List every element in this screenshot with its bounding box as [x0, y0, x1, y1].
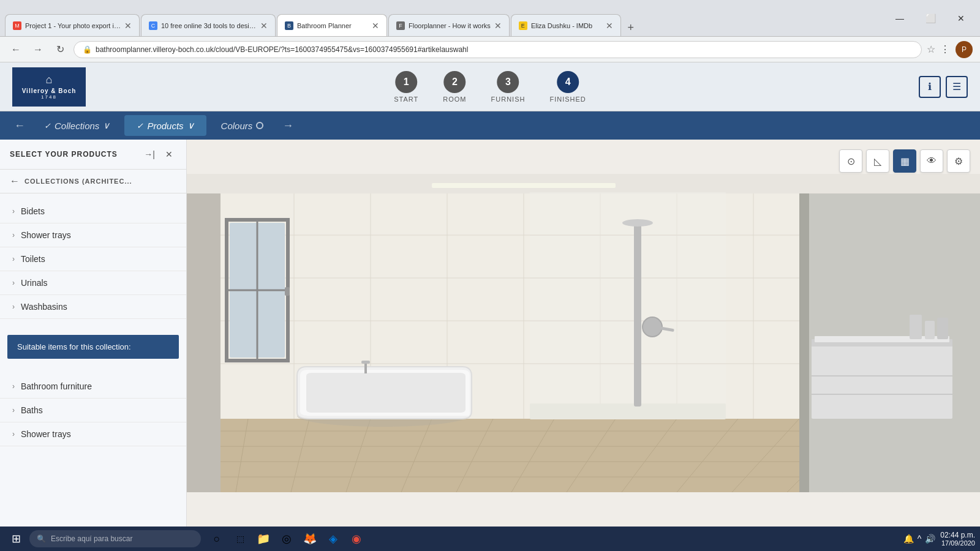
eye-control-button[interactable]: 👁	[920, 149, 943, 173]
tab-close-3[interactable]: ✕	[372, 21, 379, 31]
products-chevron-icon: ∨	[187, 120, 194, 131]
bathroom-scene-svg	[187, 140, 980, 527]
taskbar-taskview[interactable]: ⬚	[229, 528, 251, 550]
svg-rect-38	[285, 287, 290, 296]
tab-title-5: Eliza Dushku - IMDb	[531, 22, 602, 29]
suitable-shower-trays[interactable]: › Shower trays	[0, 422, 186, 446]
tab-favicon-5: E	[519, 21, 527, 30]
forward-button[interactable]: →	[29, 41, 47, 58]
logo-arch-icon: ⌂	[46, 73, 53, 86]
app6-icon: ◉	[352, 532, 361, 545]
category-bidets[interactable]: › Bidets	[0, 200, 186, 223]
nav-bar: ← ✓ Collections ∨ ✓ Products ∨ Colours →	[0, 111, 980, 140]
taskbar-explorer[interactable]: 📁	[252, 528, 274, 550]
nav-back-arrow[interactable]: ←	[10, 116, 29, 135]
taskbar-app6[interactable]: ◉	[345, 528, 368, 550]
nav-products[interactable]: ✓ Products ∨	[124, 115, 206, 136]
eye-icon: 👁	[927, 156, 937, 167]
browser-tab-3[interactable]: B Bathroom Planner ✕	[277, 14, 387, 36]
taskbar-firefox[interactable]: 🦊	[299, 528, 321, 550]
tab-close-4[interactable]: ✕	[494, 21, 502, 31]
profile-avatar[interactable]: P	[956, 41, 973, 58]
floorplan-control-button[interactable]: ▦	[893, 149, 916, 173]
tab-favicon-1: M	[13, 21, 21, 30]
suitable-banner[interactable]: Suitable items for this collection:	[7, 335, 179, 359]
logo-brand-name: Villeroy & Boch	[22, 88, 77, 94]
browser-tab-2[interactable]: C 10 free online 3d tools to design... ✕	[141, 14, 276, 36]
logo-year: 1748	[41, 94, 57, 100]
sidebar-collapse-button[interactable]: →|	[142, 147, 157, 162]
nav-products-label: Products	[147, 121, 183, 131]
step-2-label: ROOM	[443, 96, 466, 103]
sidebar-close-button[interactable]: ✕	[162, 147, 176, 162]
taskbar-edge[interactable]: ◈	[322, 528, 344, 550]
bookmark-icon[interactable]: ☆	[927, 43, 935, 55]
browser-tab-1[interactable]: M Project 1 - Your photo export is f... …	[5, 14, 140, 36]
tab-title-3: Bathroom Planner	[297, 22, 368, 29]
suitable-bathroom-furniture[interactable]: › Bathroom furniture	[0, 375, 186, 399]
svg-rect-42	[530, 403, 726, 419]
tab-favicon-3: B	[285, 21, 293, 30]
settings-icon: ⚙	[954, 156, 963, 167]
browser-menu-icon[interactable]: ⋮	[940, 43, 951, 55]
products-check-icon: ✓	[137, 121, 143, 130]
category-shower-trays-label: Shower trays	[21, 230, 71, 240]
tab-close-2[interactable]: ✕	[260, 21, 268, 31]
sidebar-header: SELECT YOUR PRODUCTS →| ✕	[0, 140, 186, 170]
info-button[interactable]: ℹ	[919, 76, 941, 98]
expand-arrow-icon: ›	[12, 207, 15, 216]
chrome-icon: ◎	[282, 532, 292, 545]
new-tab-button[interactable]: +	[622, 19, 639, 36]
sidebar: SELECT YOUR PRODUCTS →| ✕ ← COLLECTIONS …	[0, 140, 187, 527]
step-4[interactable]: 4 FINISHED	[549, 71, 586, 103]
perspective-control-button[interactable]: ◺	[866, 149, 889, 173]
category-washbasins[interactable]: › Washbasins	[0, 295, 186, 319]
minimize-button[interactable]: —	[886, 9, 914, 28]
refresh-button[interactable]: ↻	[51, 41, 69, 58]
nav-colours[interactable]: Colours	[209, 116, 276, 136]
step-1[interactable]: 1 START	[394, 71, 418, 103]
main-layout: SELECT YOUR PRODUCTS →| ✕ ← COLLECTIONS …	[0, 140, 980, 527]
nav-forward-arrow[interactable]: →	[278, 116, 298, 135]
taskbar-cortana[interactable]: ○	[206, 528, 228, 550]
cortana-icon: ○	[214, 533, 221, 545]
volume-icon[interactable]: 🔊	[925, 534, 935, 544]
focus-control-button[interactable]: ⊙	[839, 149, 862, 173]
nav-collections[interactable]: ✓ Collections ∨	[32, 115, 122, 136]
category-toilets[interactable]: › Toilets	[0, 247, 186, 271]
settings-control-button[interactable]: ⚙	[947, 149, 970, 173]
view-area[interactable]: ⊙ ◺ ▦ 👁 ⚙	[187, 140, 980, 527]
browser-tab-5[interactable]: E Eliza Dushku - IMDb ✕	[511, 14, 621, 36]
notification-icon[interactable]: 🔔	[903, 534, 914, 544]
taskbar-chrome[interactable]: ◎	[276, 528, 298, 550]
tab-close-1[interactable]: ✕	[124, 21, 132, 31]
category-shower-trays[interactable]: › Shower trays	[0, 223, 186, 247]
logo[interactable]: ⌂ Villeroy & Boch 1748	[12, 67, 86, 107]
show-desktop-icon[interactable]: ^	[918, 534, 922, 544]
expand-arrow-icon: ›	[12, 406, 15, 414]
tab-close-5[interactable]: ✕	[606, 21, 613, 31]
tab-favicon-2: C	[149, 21, 157, 30]
browser-tab-4[interactable]: F Floorplanner - How it works ✕	[388, 14, 510, 36]
sidebar-back-button[interactable]: ← COLLECTIONS (ARCHITEC...	[0, 170, 186, 193]
maximize-button[interactable]: ⬜	[916, 9, 944, 28]
taskbar-search[interactable]: 🔍 Escribe aquí para buscar	[29, 530, 201, 547]
back-arrow-icon: ←	[10, 176, 20, 187]
svg-rect-59	[937, 318, 948, 339]
taskbar-right: 🔔 ^ 🔊 02:44 p.m. 17/09/2020	[903, 531, 975, 547]
step-3[interactable]: 3 FURNISH	[491, 71, 526, 103]
clock-date: 17/09/2020	[940, 539, 975, 547]
back-button[interactable]: ←	[7, 41, 24, 58]
step-3-label: FURNISH	[491, 96, 526, 103]
menu-button[interactable]: ☰	[946, 76, 968, 98]
start-button[interactable]: ⊞	[5, 530, 27, 548]
category-washbasins-label: Washbasins	[21, 302, 67, 312]
step-3-circle: 3	[497, 71, 519, 93]
close-button[interactable]: ✕	[947, 9, 975, 28]
category-urinals[interactable]: › Urinals	[0, 271, 186, 295]
step-2[interactable]: 2 ROOM	[443, 71, 466, 103]
suitable-baths[interactable]: › Baths	[0, 399, 186, 422]
clock-time: 02:44 p.m.	[940, 531, 975, 539]
address-bar[interactable]: 🔒 bathroomplanner.villeroy-boch.co.uk/cl…	[74, 41, 922, 58]
nav-collections-label: Collections	[55, 121, 99, 131]
